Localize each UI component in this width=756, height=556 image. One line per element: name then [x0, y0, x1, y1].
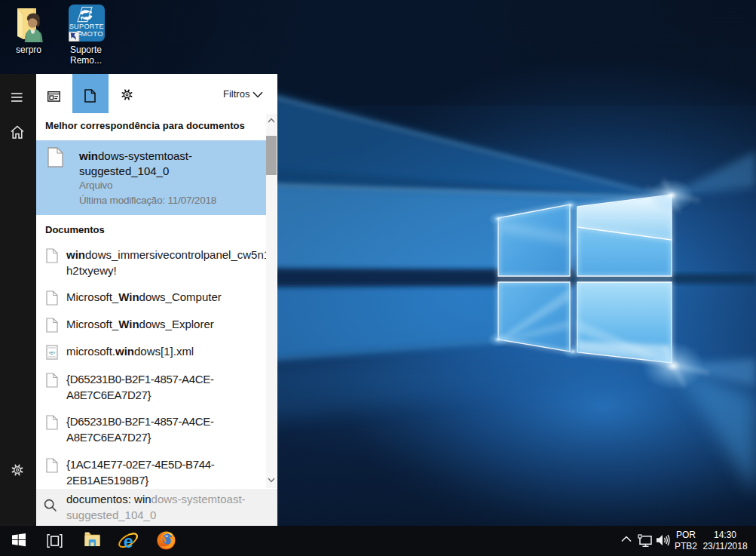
- svg-text:MOTO: MOTO: [81, 29, 103, 38]
- svg-text:‹e›: ‹e›: [49, 350, 56, 355]
